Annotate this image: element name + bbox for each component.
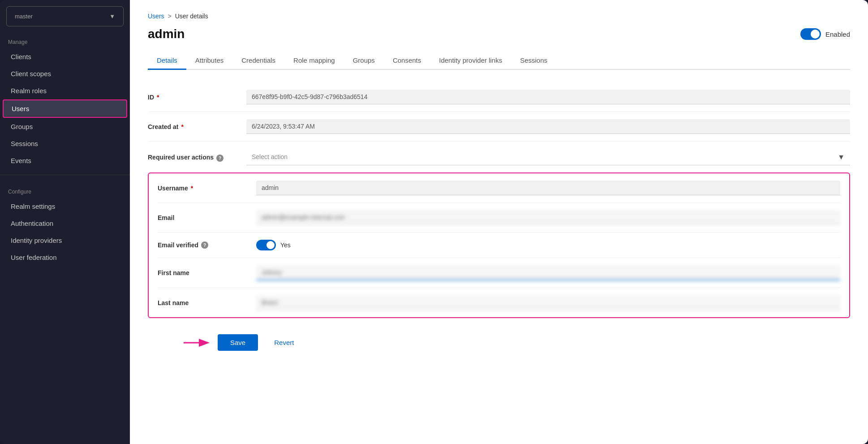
- username-label: Username *: [158, 185, 256, 192]
- email-row: Email: [158, 203, 840, 233]
- first-name-input[interactable]: [256, 265, 840, 280]
- enabled-toggle[interactable]: [800, 28, 821, 40]
- email-verified-help-icon[interactable]: ?: [201, 241, 208, 249]
- created-at-value: [246, 119, 850, 134]
- sidebar-configure-section: Configure Realm settings Authentication …: [0, 181, 130, 266]
- username-required-star: *: [191, 185, 193, 192]
- sidebar-item-identity-providers[interactable]: Identity providers: [3, 232, 127, 249]
- highlighted-form-section: Username * Email Email verified: [148, 172, 850, 318]
- sidebar-item-groups[interactable]: Groups: [3, 118, 127, 135]
- id-row: ID *: [148, 82, 850, 112]
- arrow-indicator: [184, 336, 211, 349]
- sidebar-item-events[interactable]: Events: [3, 152, 127, 169]
- username-value: [256, 181, 840, 195]
- last-name-row: Last name: [158, 288, 840, 317]
- action-area: Save Revert: [148, 334, 850, 351]
- last-name-value: [256, 295, 840, 310]
- required-actions-row: Required user actions ? Select action ▼: [148, 142, 850, 172]
- tabs-bar: Details Attributes Credentials Role mapp…: [148, 52, 850, 70]
- first-name-row: First name: [158, 258, 840, 288]
- created-at-required-star: *: [181, 123, 183, 130]
- email-verified-label: Email verified ?: [158, 241, 256, 249]
- tab-role-mapping[interactable]: Role mapping: [284, 52, 344, 70]
- breadcrumb-parent-link[interactable]: Users: [148, 13, 164, 20]
- last-name-label: Last name: [158, 299, 256, 306]
- tab-sessions[interactable]: Sessions: [511, 52, 556, 70]
- sidebar-item-clients[interactable]: Clients: [3, 48, 127, 65]
- highlighted-fields: Username * Email Email verified: [158, 173, 840, 317]
- first-name-label: First name: [158, 269, 256, 276]
- sidebar-item-users[interactable]: Users: [3, 99, 127, 118]
- enabled-label: Enabled: [825, 30, 850, 38]
- main-content: Users > User details admin Enabled Detai…: [130, 0, 868, 444]
- page-header: admin Enabled: [148, 27, 850, 41]
- sidebar-item-sessions[interactable]: Sessions: [3, 135, 127, 152]
- first-name-value: [256, 265, 840, 280]
- tab-identity-provider-links[interactable]: Identity provider links: [430, 52, 511, 70]
- realm-selector[interactable]: master ▼: [6, 6, 124, 26]
- created-at-label: Created at *: [148, 123, 246, 130]
- required-actions-select-wrapper: Select action ▼: [246, 149, 850, 165]
- id-value: [246, 90, 850, 104]
- manage-section-label: Manage: [0, 31, 130, 48]
- sidebar-item-realm-settings[interactable]: Realm settings: [3, 198, 127, 215]
- email-verified-value: Yes: [256, 240, 840, 250]
- tab-credentials[interactable]: Credentials: [232, 52, 284, 70]
- form-top-section: ID * Created at * Required user actions: [148, 82, 850, 172]
- sidebar-manage-section: Manage Clients Client scopes Realm roles…: [0, 31, 130, 169]
- email-input[interactable]: [256, 210, 840, 225]
- required-actions-label: Required user actions ?: [148, 152, 246, 162]
- tab-attributes[interactable]: Attributes: [186, 52, 232, 70]
- page-title: admin: [148, 27, 185, 41]
- sidebar-divider: [0, 175, 130, 175]
- email-verified-row: Email verified ? Yes: [158, 233, 840, 258]
- breadcrumb-separator: >: [168, 13, 172, 20]
- tab-consents[interactable]: Consents: [384, 52, 430, 70]
- created-at-row: Created at *: [148, 112, 850, 142]
- required-actions-select[interactable]: Select action: [246, 149, 850, 165]
- email-value: [256, 210, 840, 225]
- email-verified-toggle-area: Yes: [256, 240, 840, 250]
- revert-button[interactable]: Revert: [265, 334, 303, 351]
- sidebar-item-client-scopes[interactable]: Client scopes: [3, 65, 127, 82]
- id-input[interactable]: [246, 90, 850, 104]
- email-verified-yes-label: Yes: [280, 241, 291, 249]
- sidebar-item-realm-roles[interactable]: Realm roles: [3, 82, 127, 99]
- sidebar-item-user-federation[interactable]: User federation: [3, 249, 127, 266]
- created-at-input[interactable]: [246, 119, 850, 134]
- username-input[interactable]: [256, 181, 840, 195]
- username-row: Username *: [158, 173, 840, 203]
- email-verified-toggle[interactable]: [256, 240, 276, 250]
- arrow-svg: [184, 336, 211, 349]
- email-label: Email: [158, 214, 256, 221]
- enabled-toggle-area: Enabled: [800, 28, 850, 40]
- breadcrumb-current: User details: [175, 13, 208, 20]
- tab-details[interactable]: Details: [148, 52, 186, 70]
- last-name-input[interactable]: [256, 295, 840, 310]
- sidebar-item-authentication[interactable]: Authentication: [3, 215, 127, 232]
- realm-dropdown-icon: ▼: [109, 13, 115, 20]
- sidebar: master ▼ Manage Clients Client scopes Re…: [0, 0, 130, 444]
- breadcrumb: Users > User details: [148, 13, 850, 20]
- realm-name: master: [15, 13, 33, 20]
- configure-section-label: Configure: [0, 181, 130, 198]
- tab-groups[interactable]: Groups: [344, 52, 384, 70]
- id-label: ID *: [148, 94, 246, 101]
- id-required-star: *: [157, 94, 159, 101]
- save-button[interactable]: Save: [218, 334, 258, 351]
- required-actions-help-icon[interactable]: ?: [216, 155, 223, 162]
